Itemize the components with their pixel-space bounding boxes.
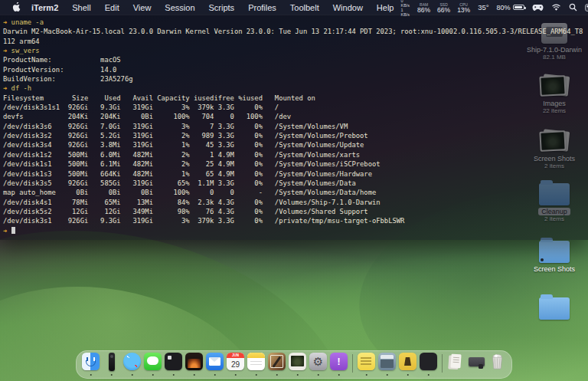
dock-item-black-app[interactable] [419,353,438,374]
dock-item-photo-app[interactable] [185,353,204,374]
finder-icon [82,353,100,370]
net-down: 1 KB/s [400,8,410,17]
feedback-assistant-icon: ! [330,353,348,370]
df-row: /dev/disk1s1 500Mi 6.1Mi 482Mi 2% 25 4.9… [3,160,381,168]
dock-item-yellow-utility[interactable] [398,353,417,374]
photos-stack-icon [289,353,306,370]
running-indicator-dot [427,374,430,376]
menu-window[interactable]: Window [326,3,370,12]
desktop-icon-untitled-folder[interactable] [527,297,582,320]
df-row-line: /dev/disk1s2 500Mi 6.0Mi 482Mi 2% 1 4.9M… [3,150,588,159]
cpu-gauge-widget[interactable]: CPU13% [457,2,470,12]
menu-session[interactable]: Session [158,3,201,12]
wifi-icon[interactable] [551,4,561,11]
dock-item-notes[interactable] [247,353,266,374]
battery-widget[interactable]: 80% [497,4,524,11]
dock-item-trash[interactable] [488,353,507,374]
df-header-line: Filesystem Size Used Avail Capacity iuse… [3,94,588,103]
df-row-line: devfs 204Ki 204Ki 0Bi 100% 704 0 100% /d… [3,112,588,121]
dock-item-preview[interactable] [267,353,286,374]
yellow-utility-icon [399,353,416,370]
dock-item-photos-stack[interactable] [288,353,307,374]
system-gauges: RAM86%SSD66%CPU13% [417,2,470,12]
dock-item-messages[interactable] [143,353,162,374]
output-text: Darwin M2-MacBook-Air-15.local 23.0.0 Da… [3,28,583,35]
menu-shell[interactable]: Shell [65,3,97,12]
output-text: ProductName: macOS [3,56,121,64]
df-row: /dev/disk3s1 926Gi 9.3Gi 319Gi 3% 379k 3… [3,217,404,225]
dock-separator [442,354,443,373]
search-icon[interactable] [569,3,577,11]
dock-item-system-settings[interactable]: ⚙ [309,353,328,374]
messages-icon [144,353,162,370]
df-row-line: /dev/disk3s4 926Gi 3.8Mi 319Gi 1% 45 3.3… [3,140,588,149]
menu-profiles[interactable]: Profiles [241,3,283,12]
df-row: /dev/disk3s6 926Gi 7.0Gi 319Gi 3% 7 3.3G… [3,123,348,130]
df-row-line: /dev/disk1s1 500Mi 6.1Mi 482Mi 2% 25 4.9… [3,159,588,169]
running-indicator-dot [365,374,368,376]
df-row-line: /dev/disk1s3 500Mi 664Ki 482Mi 1% 65 4.9… [3,169,588,179]
desktop-icon-label: Screen Shots [534,265,575,273]
df-row: /dev/disk3s2 926Gi 5.2Gi 319Gi 2% 989 3.… [3,132,368,140]
menu-edit[interactable]: Edit [98,3,126,12]
command-line: ➜ df -h [3,84,588,93]
desktop-icon-screen-shots-folder[interactable]: Screen Shots [527,241,582,273]
df-row: map auto_home 0Bi 0Bi 0Bi 100% 0 0 - /Sy… [3,189,376,196]
dock-item-dark-app[interactable] [164,353,183,374]
game-controller-icon[interactable] [532,4,544,11]
running-indicator-dot [338,374,340,376]
terminal-cursor [11,227,15,235]
menu-view[interactable]: View [126,3,158,12]
dock-item-app-window[interactable] [377,353,397,374]
df-row-line: /dev/disk3s1 926Gi 9.3Gi 319Gi 3% 379k 3… [3,216,588,225]
output-text: 112 arm64 [3,38,40,45]
running-indicator-dot [255,374,257,376]
prompt-line: ➜ [3,226,588,235]
dock-item-mail[interactable] [205,353,224,374]
running-indicator-dot [407,374,409,376]
running-indicator-dot [172,374,175,376]
df-row: devfs 204Ki 204Ki 0Bi 100% 704 0 100% /d… [3,113,291,120]
df-row: /dev/disk4s1 78Mi 65Mi 13Mi 84% 2.3k 4.3… [3,199,381,206]
stickies-icon [358,353,375,370]
gauge-value: 13% [457,8,470,12]
menu-iterm2[interactable]: iTerm2 [24,3,65,12]
output-text: BuildVersion: 23A5276g [3,75,132,83]
df-row-line: /dev/disk3s6 926Gi 7.0Gi 319Gi 3% 7 3.3G… [3,122,588,131]
folder-badge [541,258,544,261]
ssd-gauge-widget[interactable]: SSD66% [437,2,450,12]
menu-scripts[interactable]: Scripts [202,3,242,12]
menu-help[interactable]: Help [370,3,401,12]
iterm2-terminal-window[interactable]: ➜ uname -aDarwin M2-MacBook-Air-15.local… [0,15,588,240]
df-row: /dev/disk3s5 926Gi 585Gi 319Gi 65% 1.1M … [3,179,356,187]
network-throughput-widget[interactable]: 0 KB/s 1 KB/s [400,0,410,17]
gauge-value: 86% [417,8,430,12]
output-line: ProductVersion: 14.0 [3,65,588,74]
net-up: 0 KB/s [400,0,410,8]
ram-gauge-widget[interactable]: RAM86% [417,2,430,12]
apple-menu[interactable] [8,2,24,12]
dock-item-remote[interactable] [102,353,121,374]
menu-bar-status: 0 KB/s 1 KB/s RAM86%SSD66%CPU13% 35° 80%… [400,0,588,17]
menu-toolbelt[interactable]: Toolbelt [283,3,326,12]
temperature-widget[interactable]: 35° [478,3,488,11]
dock-item-finder[interactable] [81,353,100,374]
output-line: BuildVersion: 23A5276g [3,74,588,84]
folder-icon [539,297,570,320]
df-row: /dev/disk5s2 12Gi 12Gi 349Mi 98% 76 4.3G… [3,208,368,215]
dock-item-calendar[interactable]: JUN29 [226,353,245,374]
battery-icon [513,5,524,10]
dock-item-minimized-window[interactable] [467,353,486,374]
output-line: Darwin M2-MacBook-Air-15.local 23.0.0 Da… [3,27,588,36]
dark-app-icon [165,353,182,370]
dock-item-feedback-assistant[interactable]: ! [329,353,348,374]
dock-item-documents-stack[interactable] [446,353,466,374]
control-center-icon[interactable] [585,4,588,11]
dock-item-stickies[interactable] [357,353,376,374]
dock-separator [352,354,353,373]
prompt-symbol: ➜ [3,18,11,26]
df-row-line: map auto_home 0Bi 0Bi 0Bi 100% 0 0 - /Sy… [3,188,588,197]
remote-icon [109,353,115,371]
command-text: df -h [11,84,31,92]
dock-item-safari[interactable] [122,353,142,374]
